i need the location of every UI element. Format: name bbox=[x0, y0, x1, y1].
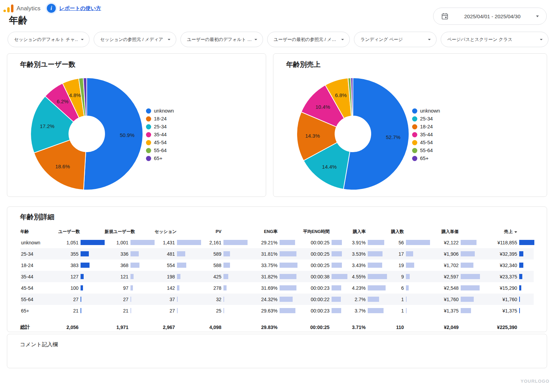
filter-chip-label: ユーザーの最初の参照元 / メ… bbox=[274, 36, 336, 43]
column-header-0[interactable]: 年齢 bbox=[20, 229, 58, 235]
column-header-8[interactable]: 購入数 bbox=[387, 229, 430, 235]
cell-value: 3.43% bbox=[352, 263, 366, 268]
table-header-row: 年齢ユーザー数新規ユーザー数セッションPVENG率平均ENG時間購入率購入数購入… bbox=[20, 226, 534, 237]
filter-chip-3[interactable]: ユーザーの最初の参照元 / メ… bbox=[267, 32, 350, 47]
table-cell: 2.7% bbox=[347, 294, 387, 305]
table-cell: 100 bbox=[58, 282, 105, 294]
value-bar bbox=[280, 251, 296, 256]
cell-bar-track bbox=[332, 297, 347, 302]
column-header-7[interactable]: 購入率 bbox=[347, 229, 387, 235]
legend-item-55-64[interactable]: 55-64 bbox=[412, 148, 440, 153]
legend-label: 55-64 bbox=[154, 148, 167, 153]
cell-value: ¥2,597 bbox=[444, 274, 459, 279]
cell-value: 198 bbox=[167, 274, 175, 279]
legend-item-unknown[interactable]: unknown bbox=[146, 108, 174, 114]
cell-bar-track bbox=[461, 263, 480, 268]
table-cell: 27 bbox=[58, 294, 105, 305]
legend-label: 55-64 bbox=[420, 148, 433, 153]
table-row: 45-541009714227831.69%00:00:234.23%6¥2,5… bbox=[20, 282, 534, 294]
column-header-label: 平均ENG時間 bbox=[303, 229, 329, 234]
value-bar bbox=[280, 240, 295, 245]
cell-bar-track bbox=[177, 308, 201, 313]
table-cell: ¥32,340 bbox=[480, 259, 534, 271]
filter-chip-2[interactable]: ユーザーの最初のデフォルト … bbox=[180, 32, 263, 47]
legend-item-25-34[interactable]: 25-34 bbox=[146, 124, 174, 129]
pie-slice-unknown[interactable] bbox=[343, 78, 409, 190]
legend-label: 18-24 bbox=[154, 116, 167, 121]
column-header-2[interactable]: 新規ユーザー数 bbox=[105, 229, 155, 235]
cell-value: ¥1,760 bbox=[444, 297, 459, 302]
cell-bar-track bbox=[177, 263, 201, 268]
table-cell: 00:00:22 bbox=[297, 294, 347, 305]
filter-chip-label: セッションの参照元 / メディア bbox=[100, 36, 163, 43]
value-bar bbox=[130, 308, 131, 313]
cell-bar-track bbox=[519, 263, 534, 268]
date-range-picker[interactable]: 2025/04/01 - 2025/04/30 bbox=[433, 8, 547, 25]
filter-chip-1[interactable]: セッションの参照元 / メディア bbox=[94, 32, 176, 47]
cell-bar-track bbox=[130, 251, 155, 256]
cell-value: 21 bbox=[123, 308, 128, 314]
legend-item-65+[interactable]: 65+ bbox=[146, 156, 174, 161]
table-row: 18-2438336855458833.75%00:00:253.43%19¥1… bbox=[20, 259, 534, 271]
legend-item-35-44[interactable]: 35-44 bbox=[146, 132, 174, 137]
legend-label: 45-54 bbox=[420, 140, 433, 145]
table-cell: 383 bbox=[58, 259, 105, 271]
value-bar bbox=[130, 297, 131, 302]
cell-value: 25 bbox=[216, 308, 221, 314]
cell-bar-track bbox=[81, 251, 105, 256]
cell-value: 19 bbox=[398, 263, 404, 268]
legend-item-45-54[interactable]: 45-54 bbox=[412, 140, 440, 145]
cell-bar-track bbox=[368, 274, 387, 279]
total-cell-3: 2,967 bbox=[155, 325, 201, 330]
cell-value: 589 bbox=[213, 251, 221, 257]
legend-item-18-24[interactable]: 18-24 bbox=[146, 116, 174, 121]
table-cell: ¥1,375 bbox=[480, 305, 534, 316]
column-header-5[interactable]: ENG率 bbox=[248, 229, 297, 235]
legend-item-35-44[interactable]: 35-44 bbox=[412, 132, 440, 137]
column-header-1[interactable]: ユーザー数 bbox=[58, 229, 105, 235]
table-cell: 368 bbox=[105, 259, 155, 271]
cell-bar-track bbox=[223, 308, 248, 313]
column-header-3[interactable]: セッション bbox=[155, 229, 201, 235]
legend-item-65+[interactable]: 65+ bbox=[412, 156, 440, 161]
legend-item-45-54[interactable]: 45-54 bbox=[146, 140, 174, 145]
cell-bar-track bbox=[368, 297, 387, 302]
cell-bar-track bbox=[177, 251, 201, 256]
legend-item-unknown[interactable]: unknown bbox=[412, 108, 440, 114]
cell-bar-track bbox=[519, 274, 534, 279]
column-header-10[interactable]: 売上 bbox=[480, 229, 534, 235]
table-cell: 31.82% bbox=[248, 271, 297, 282]
cell-bar-track bbox=[332, 251, 347, 256]
cell-bar-track bbox=[81, 285, 105, 290]
legend-item-55-64[interactable]: 55-64 bbox=[146, 148, 174, 153]
comment-box[interactable]: コメント記入欄 bbox=[7, 334, 547, 368]
filter-chip-0[interactable]: セッションのデフォルト チャ… bbox=[8, 32, 90, 47]
row-label: 45-54 bbox=[20, 285, 58, 291]
chevron-down-icon bbox=[254, 39, 257, 40]
total-cell-10: ¥225,390 bbox=[480, 325, 534, 330]
column-header-4[interactable]: PV bbox=[201, 229, 248, 234]
table-cell: ¥23,375 bbox=[480, 271, 534, 282]
report-page: Analytics i レポートの使い方 年齢 2025/04/01 - 202… bbox=[0, 0, 555, 392]
cell-bar-track bbox=[177, 285, 201, 290]
cell-value: 1 bbox=[401, 297, 404, 302]
cell-bar-track bbox=[177, 240, 201, 245]
cell-value: ¥2,122 bbox=[444, 240, 459, 245]
cell-value: 1 bbox=[401, 308, 404, 314]
filter-chip-5[interactable]: ページパスとスクリーン クラス bbox=[441, 32, 548, 47]
legend-item-25-34[interactable]: 25-34 bbox=[412, 116, 440, 121]
cell-value: 121 bbox=[121, 274, 128, 279]
filter-chip-label: ページパスとスクリーン クラス bbox=[447, 36, 512, 43]
cell-bar-track bbox=[461, 274, 480, 279]
legend-item-18-24[interactable]: 18-24 bbox=[412, 124, 440, 129]
column-header-6[interactable]: 平均ENG時間 bbox=[297, 229, 347, 235]
value-bar bbox=[368, 274, 387, 279]
cell-value: ¥1,375 bbox=[444, 308, 459, 314]
column-header-9[interactable]: 購入単価 bbox=[430, 229, 480, 235]
table-cell: 554 bbox=[155, 259, 201, 271]
legend-dot-icon bbox=[146, 108, 151, 114]
cell-value: 2,161 bbox=[209, 240, 221, 245]
filter-chip-4[interactable]: ランディング ページ bbox=[354, 32, 437, 47]
report-help-link[interactable]: レポートの使い方 bbox=[59, 5, 101, 12]
table-cell: 481 bbox=[155, 248, 201, 259]
